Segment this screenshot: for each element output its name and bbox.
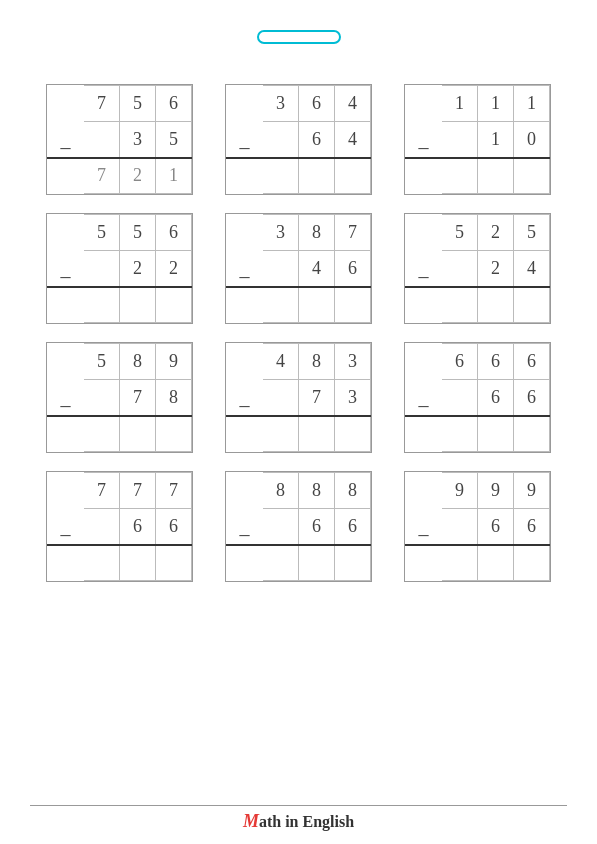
cell-answer-2 bbox=[156, 287, 192, 323]
cell-answer-1 bbox=[478, 416, 514, 452]
cell-bottom-empty bbox=[84, 122, 120, 158]
cell-bottom-1: 3 bbox=[335, 380, 371, 416]
problem-r3c2: 483_73 bbox=[225, 342, 372, 453]
cell-answer-2 bbox=[514, 158, 550, 194]
cell-answer-1 bbox=[120, 545, 156, 581]
cell-ans-empty bbox=[227, 416, 263, 452]
cell-minus: _ bbox=[48, 122, 84, 158]
cell-answer-0 bbox=[263, 158, 299, 194]
cell-bottom-0: 6 bbox=[478, 509, 514, 545]
cell-bottom-0: 4 bbox=[299, 251, 335, 287]
cell-empty bbox=[48, 86, 84, 122]
cell-answer-1 bbox=[299, 545, 335, 581]
cell-bottom-empty bbox=[84, 380, 120, 416]
cell-bottom-empty bbox=[442, 380, 478, 416]
cell-answer-0 bbox=[84, 287, 120, 323]
cell-answer-2 bbox=[156, 545, 192, 581]
cell-answer-1 bbox=[120, 416, 156, 452]
problem-r2c3: 525_24 bbox=[404, 213, 551, 324]
cell-answer-2 bbox=[514, 545, 550, 581]
cell-answer-0 bbox=[442, 545, 478, 581]
cell-bottom-0: 6 bbox=[120, 509, 156, 545]
cell-answer-0 bbox=[84, 545, 120, 581]
problem-r3c3: 666_66 bbox=[404, 342, 551, 453]
cell-top-1: 8 bbox=[299, 473, 335, 509]
cell-bottom-0: 6 bbox=[299, 509, 335, 545]
cell-minus: _ bbox=[227, 122, 263, 158]
brand-rest: ath in English bbox=[259, 813, 354, 831]
cell-empty bbox=[406, 215, 442, 251]
cell-minus: _ bbox=[48, 251, 84, 287]
brand-m: M bbox=[243, 811, 259, 832]
cell-top-0: 7 bbox=[84, 86, 120, 122]
cell-top-2: 5 bbox=[514, 215, 550, 251]
cell-bottom-0: 7 bbox=[299, 380, 335, 416]
cell-top-0: 1 bbox=[442, 86, 478, 122]
cell-answer-0 bbox=[263, 416, 299, 452]
problem-r3c1: 589_78 bbox=[46, 342, 193, 453]
cell-ans-empty bbox=[406, 416, 442, 452]
cell-empty bbox=[227, 344, 263, 380]
problems-row-3: 589_78483_73666_66 bbox=[30, 342, 567, 453]
footer-line bbox=[30, 805, 567, 806]
problem-r1c2: 364_64 bbox=[225, 84, 372, 195]
cell-answer-2 bbox=[335, 416, 371, 452]
cell-top-1: 8 bbox=[120, 344, 156, 380]
cell-minus: _ bbox=[48, 509, 84, 545]
cell-bottom-empty bbox=[84, 509, 120, 545]
cell-minus: _ bbox=[406, 122, 442, 158]
cell-bottom-empty bbox=[263, 509, 299, 545]
problem-r2c1: 556_22 bbox=[46, 213, 193, 324]
cell-answer-2 bbox=[514, 287, 550, 323]
cell-empty bbox=[48, 344, 84, 380]
cell-answer-1 bbox=[478, 545, 514, 581]
cell-top-2: 4 bbox=[335, 86, 371, 122]
cell-top-1: 8 bbox=[299, 215, 335, 251]
cell-bottom-0: 1 bbox=[478, 122, 514, 158]
cell-top-1: 6 bbox=[299, 86, 335, 122]
cell-bottom-empty bbox=[84, 251, 120, 287]
problem-r4c2: 888_66 bbox=[225, 471, 372, 582]
page: 756_35721364_64111_10556_22387_46525_245… bbox=[0, 0, 597, 844]
cell-bottom-empty bbox=[263, 251, 299, 287]
cell-top-1: 8 bbox=[299, 344, 335, 380]
cell-empty bbox=[406, 344, 442, 380]
cell-ans-empty bbox=[48, 545, 84, 581]
cell-bottom-1: 0 bbox=[514, 122, 550, 158]
problems-grid: 756_35721364_64111_10556_22387_46525_245… bbox=[30, 84, 567, 582]
cell-top-2: 1 bbox=[514, 86, 550, 122]
problems-row-1: 756_35721364_64111_10 bbox=[30, 84, 567, 195]
cell-bottom-0: 7 bbox=[120, 380, 156, 416]
cell-empty bbox=[48, 473, 84, 509]
cell-answer-2 bbox=[335, 545, 371, 581]
cell-minus: _ bbox=[406, 251, 442, 287]
cell-top-1: 7 bbox=[120, 473, 156, 509]
cell-top-2: 9 bbox=[156, 344, 192, 380]
cell-answer-1 bbox=[299, 287, 335, 323]
cell-ans-empty bbox=[48, 287, 84, 323]
cell-bottom-empty bbox=[442, 509, 478, 545]
cell-answer-0 bbox=[84, 416, 120, 452]
problem-r2c2: 387_46 bbox=[225, 213, 372, 324]
cell-ans-empty bbox=[48, 416, 84, 452]
cell-top-1: 1 bbox=[478, 86, 514, 122]
cell-bottom-empty bbox=[263, 122, 299, 158]
cell-answer-1: 2 bbox=[120, 158, 156, 194]
cell-answer-2 bbox=[335, 287, 371, 323]
cell-ans-empty bbox=[227, 287, 263, 323]
cell-bottom-0: 3 bbox=[120, 122, 156, 158]
cell-top-0: 3 bbox=[263, 215, 299, 251]
cell-bottom-1: 4 bbox=[335, 122, 371, 158]
cell-bottom-1: 6 bbox=[514, 509, 550, 545]
problems-row-4: 777_66888_66999_66 bbox=[30, 471, 567, 582]
cell-top-1: 9 bbox=[478, 473, 514, 509]
cell-answer-1 bbox=[299, 416, 335, 452]
cell-answer-0 bbox=[442, 158, 478, 194]
cell-ans-empty bbox=[48, 158, 84, 194]
cell-bottom-1: 6 bbox=[514, 380, 550, 416]
cell-top-0: 4 bbox=[263, 344, 299, 380]
footer: Math in English bbox=[0, 811, 597, 832]
cell-top-1: 2 bbox=[478, 215, 514, 251]
cell-top-0: 6 bbox=[442, 344, 478, 380]
cell-top-2: 8 bbox=[335, 473, 371, 509]
